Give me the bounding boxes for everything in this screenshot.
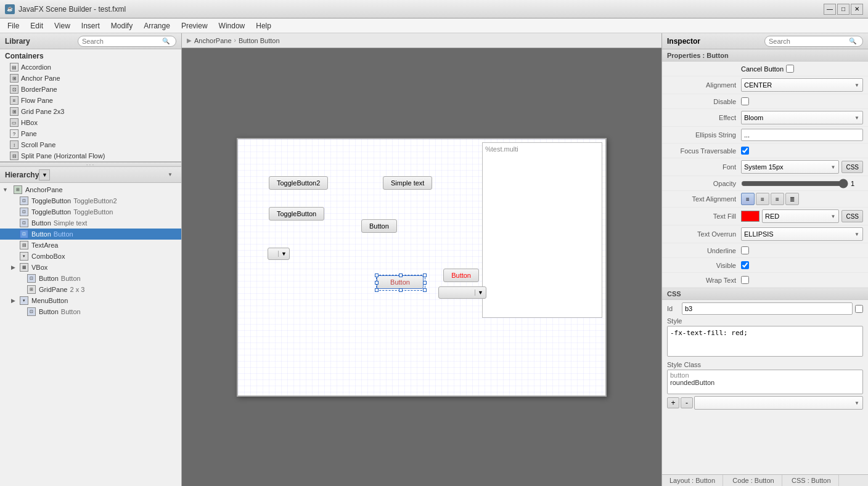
ellipsis-input[interactable]	[741, 129, 863, 141]
lib-item-pane[interactable]: ? Pane	[0, 128, 181, 139]
tree-menubutton-child[interactable]: ⊡ Button Button	[0, 306, 181, 317]
lib-item-borderpane[interactable]: ⊡ BorderPane	[0, 84, 181, 95]
minimize-button[interactable]: —	[824, 4, 836, 15]
effect-select-wrapper[interactable]: Bloom	[741, 111, 863, 124]
font-select-wrapper[interactable]: System 15px	[741, 160, 839, 174]
style-textarea[interactable]: -fx-text-fill: red;	[667, 326, 863, 357]
style-class-select-wrapper[interactable]	[694, 396, 863, 410]
tree-vbox-button[interactable]: ⊡ Button Button	[0, 273, 181, 284]
button-red-btn[interactable]: Button	[443, 269, 479, 282]
canvas-button-red[interactable]: Button	[443, 269, 479, 282]
lib-item-flowpane[interactable]: ≡ Flow Pane	[0, 95, 181, 106]
css-id-input[interactable]	[682, 302, 853, 315]
inspector-search-box[interactable]: 🔍	[764, 36, 863, 47]
opacity-slider[interactable]	[741, 179, 848, 188]
visible-checkbox[interactable]	[741, 261, 749, 269]
text-fill-select-wrapper[interactable]: RED	[762, 209, 839, 223]
hierarchy-menu-btn[interactable]: ▼	[39, 169, 50, 180]
button-mid-btn[interactable]: Button	[361, 219, 397, 233]
canvas-menubutton[interactable]: ▼	[268, 247, 290, 260]
tab-css[interactable]: CSS : Button	[784, 475, 839, 486]
tree-togglebutton2[interactable]: ⊡ ToggleButton ToggleButton2	[0, 195, 181, 206]
tree-button-button[interactable]: ⊡ Button Button	[0, 229, 181, 240]
canvas-button-mid[interactable]: Button	[361, 219, 397, 233]
lib-item-anchorpane[interactable]: ⊞ Anchor Pane	[0, 73, 181, 84]
canvas-togglebutton[interactable]: ToggleButton	[269, 207, 324, 221]
inspector-search-input[interactable]	[769, 38, 849, 45]
tree-vbox[interactable]: ▦ VBox	[0, 262, 181, 273]
menu-preview[interactable]: Preview	[176, 20, 213, 31]
menu-window[interactable]: Window	[214, 20, 250, 31]
tab-layout[interactable]: Layout : Button	[662, 475, 723, 486]
alignment-select-wrapper[interactable]: CENTER	[741, 78, 863, 92]
effect-select[interactable]: Bloom	[741, 111, 863, 124]
handle-tc[interactable]	[399, 273, 403, 277]
breadcrumb-anchorpane[interactable]: AnchorPane	[194, 37, 232, 44]
selected-btn[interactable]: Button	[377, 275, 424, 289]
tree-combobox[interactable]: ▾ ComboBox	[0, 251, 181, 262]
library-search-input[interactable]	[82, 38, 162, 45]
alignment-select[interactable]: CENTER	[741, 78, 863, 92]
style-class-remove-button[interactable]: -	[681, 397, 693, 408]
disable-checkbox[interactable]	[741, 97, 749, 105]
font-css-button[interactable]: CSS	[841, 161, 863, 173]
canvas-togglebutton2[interactable]: ToggleButton2	[269, 176, 328, 190]
lib-item-accordion[interactable]: ▤ Accordion	[0, 62, 181, 73]
tree-gridpane[interactable]: ⊞ GridPane 2 x 3	[0, 284, 181, 295]
handle-tr[interactable]	[423, 273, 427, 277]
css-id-checkbox[interactable]	[855, 305, 863, 313]
style-class-add-button[interactable]: +	[667, 397, 679, 408]
menu-modify[interactable]: Modify	[106, 20, 137, 31]
menu-edit[interactable]: Edit	[25, 20, 48, 31]
lib-item-gridpane[interactable]: ⊞ Grid Pane 2x3	[0, 106, 181, 117]
handle-bc[interactable]	[399, 288, 403, 292]
tree-anchorpane[interactable]: ⊞ AnchorPane	[0, 184, 181, 195]
tree-menubutton[interactable]: ▾ MenuButton	[0, 295, 181, 306]
menu-insert[interactable]: Insert	[76, 20, 105, 31]
align-left-button[interactable]: ≡	[741, 193, 755, 205]
canvas-menubutton2[interactable]: ▼	[438, 286, 486, 299]
window-controls[interactable]: — □ ✕	[824, 4, 863, 15]
handle-br[interactable]	[423, 288, 427, 292]
underline-checkbox[interactable]	[741, 246, 749, 254]
lib-item-hbox[interactable]: ▭ HBox	[0, 117, 181, 128]
canvas-menubutton2-btn[interactable]: ▼	[438, 286, 486, 299]
breadcrumb-button[interactable]: Button Button	[239, 37, 280, 44]
canvas-selected-button-container[interactable]: Button	[376, 275, 425, 291]
handle-bl[interactable]	[375, 288, 379, 292]
align-center-button[interactable]: ≡	[756, 193, 769, 205]
handle-mr[interactable]	[423, 281, 427, 285]
close-button[interactable]: ✕	[851, 4, 863, 15]
tree-button-simpletext[interactable]: ⊡ Button Simple text	[0, 217, 181, 229]
align-justify-button[interactable]: ≣	[785, 193, 799, 205]
tab-code[interactable]: Code : Button	[725, 475, 782, 486]
lib-item-scrollpane[interactable]: ↕ Scroll Pane	[0, 139, 181, 150]
style-class-select[interactable]	[694, 396, 863, 410]
menu-arrange[interactable]: Arrange	[139, 20, 175, 31]
text-fill-swatch[interactable]	[741, 211, 760, 222]
menu-view[interactable]: View	[49, 20, 75, 31]
menu-help[interactable]: Help	[251, 20, 276, 31]
tree-togglebutton[interactable]: ⊡ ToggleButton ToggleButton	[0, 206, 181, 217]
canvas-simpletext[interactable]: Simple text	[383, 176, 432, 190]
text-fill-select[interactable]: RED	[762, 209, 839, 223]
cancel-button-checkbox[interactable]	[786, 65, 794, 73]
panel-divider[interactable]	[0, 162, 181, 167]
text-overrun-select-wrapper[interactable]: ELLIPSIS	[741, 227, 863, 241]
tree-textarea[interactable]: ▤ TextArea	[0, 240, 181, 251]
lib-item-splitpane-h[interactable]: ⊟ Split Pane (Horizontal Flow)	[0, 150, 181, 161]
canvas-menubutton-btn[interactable]: ▼	[268, 248, 290, 260]
align-right-button[interactable]: ≡	[771, 193, 784, 205]
handle-ml[interactable]	[375, 281, 379, 285]
simpletext-btn[interactable]: Simple text	[383, 176, 432, 190]
focus-traversable-checkbox[interactable]	[741, 147, 749, 155]
text-overrun-select[interactable]: ELLIPSIS	[741, 227, 863, 241]
handle-tl[interactable]	[375, 273, 379, 277]
wrap-text-checkbox[interactable]	[741, 276, 749, 284]
maximize-button[interactable]: □	[837, 4, 850, 15]
togglebutton2-btn[interactable]: ToggleButton2	[269, 176, 328, 190]
menu-file[interactable]: File	[2, 20, 24, 31]
text-fill-css-button[interactable]: CSS	[841, 210, 863, 222]
library-search-box[interactable]: 🔍	[78, 36, 176, 47]
font-select[interactable]: System 15px	[741, 160, 839, 174]
